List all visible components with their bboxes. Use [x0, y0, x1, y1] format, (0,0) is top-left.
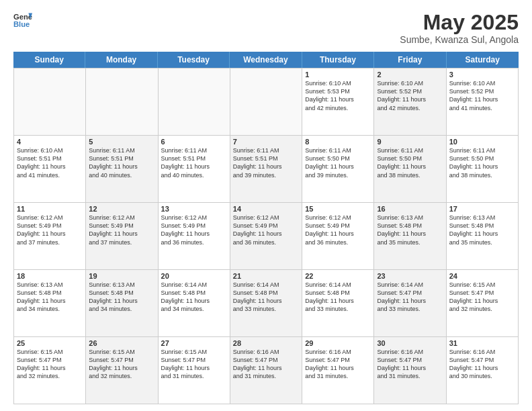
cell-info: Sunrise: 6:16 AM Sunset: 5:47 PM Dayligh… [305, 348, 371, 381]
header: General Blue May 2025 Sumbe, Kwanza Sul,… [13, 11, 519, 45]
day-number: 5 [89, 138, 154, 146]
calendar-cell: 10Sunrise: 6:11 AM Sunset: 5:50 PM Dayli… [447, 136, 519, 202]
calendar-cell: 6Sunrise: 6:11 AM Sunset: 5:51 PM Daylig… [159, 136, 230, 202]
day-number: 2 [377, 71, 443, 79]
weekday-header: Monday [85, 52, 157, 68]
day-number: 15 [305, 205, 371, 213]
calendar-week: 11Sunrise: 6:12 AM Sunset: 5:49 PM Dayli… [14, 203, 519, 270]
cell-info: Sunrise: 6:12 AM Sunset: 5:49 PM Dayligh… [17, 214, 83, 246]
svg-text:Blue: Blue [13, 20, 30, 28]
calendar-cell: 26Sunrise: 6:15 AM Sunset: 5:47 PM Dayli… [86, 337, 158, 404]
calendar-cell: 20Sunrise: 6:14 AM Sunset: 5:48 PM Dayli… [159, 270, 230, 336]
day-number: 4 [17, 138, 83, 146]
cell-info: Sunrise: 6:14 AM Sunset: 5:48 PM Dayligh… [233, 281, 299, 314]
calendar-cell: 25Sunrise: 6:15 AM Sunset: 5:47 PM Dayli… [14, 337, 86, 404]
day-number: 26 [89, 339, 154, 347]
month-title: May 2025 [400, 11, 519, 34]
weekday-header: Tuesday [158, 52, 230, 68]
cell-info: Sunrise: 6:12 AM Sunset: 5:49 PM Dayligh… [233, 214, 299, 246]
calendar-week: 25Sunrise: 6:15 AM Sunset: 5:47 PM Dayli… [14, 337, 519, 404]
calendar-cell: 14Sunrise: 6:12 AM Sunset: 5:49 PM Dayli… [230, 203, 302, 269]
cell-info: Sunrise: 6:15 AM Sunset: 5:47 PM Dayligh… [17, 348, 83, 381]
weekday-header: Sunday [13, 52, 85, 68]
calendar-cell: 23Sunrise: 6:14 AM Sunset: 5:47 PM Dayli… [374, 270, 446, 336]
calendar-cell: 18Sunrise: 6:13 AM Sunset: 5:48 PM Dayli… [14, 270, 86, 336]
day-number: 30 [377, 339, 443, 347]
title-block: May 2025 Sumbe, Kwanza Sul, Angola [400, 11, 519, 45]
day-number: 23 [377, 272, 443, 280]
calendar-cell: 3Sunrise: 6:10 AM Sunset: 5:52 PM Daylig… [447, 68, 519, 135]
calendar-cell: 30Sunrise: 6:16 AM Sunset: 5:47 PM Dayli… [374, 337, 446, 404]
calendar-cell: 16Sunrise: 6:13 AM Sunset: 5:48 PM Dayli… [374, 203, 446, 269]
day-number: 10 [449, 138, 515, 146]
cell-info: Sunrise: 6:16 AM Sunset: 5:47 PM Dayligh… [449, 348, 515, 381]
cell-info: Sunrise: 6:16 AM Sunset: 5:47 PM Dayligh… [233, 348, 299, 381]
day-number: 8 [305, 138, 371, 146]
calendar-cell: 28Sunrise: 6:16 AM Sunset: 5:47 PM Dayli… [230, 337, 302, 404]
calendar-cell: 13Sunrise: 6:12 AM Sunset: 5:49 PM Dayli… [159, 203, 230, 269]
calendar-cell: 19Sunrise: 6:13 AM Sunset: 5:48 PM Dayli… [86, 270, 158, 336]
day-number: 21 [233, 272, 299, 280]
calendar-cell: 27Sunrise: 6:15 AM Sunset: 5:47 PM Dayli… [159, 337, 230, 404]
calendar-week: 18Sunrise: 6:13 AM Sunset: 5:48 PM Dayli… [14, 270, 519, 337]
location: Sumbe, Kwanza Sul, Angola [400, 34, 519, 45]
day-number: 28 [233, 339, 299, 347]
calendar-cell [14, 68, 86, 135]
calendar-cell: 15Sunrise: 6:12 AM Sunset: 5:49 PM Dayli… [302, 203, 374, 269]
day-number: 3 [449, 71, 515, 79]
cell-info: Sunrise: 6:12 AM Sunset: 5:49 PM Dayligh… [89, 214, 154, 246]
calendar-page: General Blue May 2025 Sumbe, Kwanza Sul,… [0, 0, 532, 411]
weekday-header: Thursday [302, 52, 374, 68]
calendar-cell: 24Sunrise: 6:15 AM Sunset: 5:47 PM Dayli… [447, 270, 519, 336]
calendar-cell: 1Sunrise: 6:10 AM Sunset: 5:53 PM Daylig… [302, 68, 374, 135]
logo-icon: General Blue [13, 11, 32, 30]
cell-info: Sunrise: 6:15 AM Sunset: 5:47 PM Dayligh… [449, 281, 515, 314]
calendar-cell [230, 68, 302, 135]
day-number: 31 [449, 339, 515, 347]
cell-info: Sunrise: 6:11 AM Sunset: 5:51 PM Dayligh… [89, 146, 154, 179]
cell-info: Sunrise: 6:14 AM Sunset: 5:48 PM Dayligh… [161, 281, 227, 314]
day-number: 20 [161, 272, 227, 280]
day-number: 24 [449, 272, 515, 280]
cell-info: Sunrise: 6:11 AM Sunset: 5:51 PM Dayligh… [161, 146, 227, 179]
logo: General Blue [13, 11, 32, 30]
calendar-cell: 9Sunrise: 6:11 AM Sunset: 5:50 PM Daylig… [374, 136, 446, 202]
weekday-header: Friday [374, 52, 446, 68]
calendar-header: SundayMondayTuesdayWednesdayThursdayFrid… [13, 52, 519, 68]
calendar: SundayMondayTuesdayWednesdayThursdayFrid… [13, 52, 519, 404]
calendar-cell: 7Sunrise: 6:11 AM Sunset: 5:51 PM Daylig… [230, 136, 302, 202]
calendar-cell: 17Sunrise: 6:13 AM Sunset: 5:48 PM Dayli… [447, 203, 519, 269]
day-number: 18 [17, 272, 83, 280]
cell-info: Sunrise: 6:12 AM Sunset: 5:49 PM Dayligh… [161, 214, 227, 246]
calendar-cell: 8Sunrise: 6:11 AM Sunset: 5:50 PM Daylig… [302, 136, 374, 202]
day-number: 16 [377, 205, 443, 213]
calendar-body: 1Sunrise: 6:10 AM Sunset: 5:53 PM Daylig… [13, 68, 519, 404]
cell-info: Sunrise: 6:13 AM Sunset: 5:48 PM Dayligh… [377, 214, 443, 246]
calendar-week: 1Sunrise: 6:10 AM Sunset: 5:53 PM Daylig… [14, 68, 519, 136]
weekday-header: Saturday [447, 52, 519, 68]
calendar-cell: 31Sunrise: 6:16 AM Sunset: 5:47 PM Dayli… [447, 337, 519, 404]
cell-info: Sunrise: 6:15 AM Sunset: 5:47 PM Dayligh… [89, 348, 154, 381]
calendar-cell: 12Sunrise: 6:12 AM Sunset: 5:49 PM Dayli… [86, 203, 158, 269]
calendar-cell: 22Sunrise: 6:14 AM Sunset: 5:48 PM Dayli… [302, 270, 374, 336]
day-number: 27 [161, 339, 227, 347]
cell-info: Sunrise: 6:13 AM Sunset: 5:48 PM Dayligh… [17, 281, 83, 314]
calendar-cell: 11Sunrise: 6:12 AM Sunset: 5:49 PM Dayli… [14, 203, 86, 269]
cell-info: Sunrise: 6:12 AM Sunset: 5:49 PM Dayligh… [305, 214, 371, 246]
weekday-header: Wednesday [230, 52, 302, 68]
day-number: 11 [17, 205, 83, 213]
cell-info: Sunrise: 6:10 AM Sunset: 5:52 PM Dayligh… [377, 79, 443, 112]
day-number: 22 [305, 272, 371, 280]
day-number: 12 [89, 205, 154, 213]
day-number: 14 [233, 205, 299, 213]
day-number: 19 [89, 272, 154, 280]
cell-info: Sunrise: 6:14 AM Sunset: 5:47 PM Dayligh… [377, 281, 443, 314]
calendar-cell: 2Sunrise: 6:10 AM Sunset: 5:52 PM Daylig… [374, 68, 446, 135]
day-number: 9 [377, 138, 443, 146]
calendar-week: 4Sunrise: 6:10 AM Sunset: 5:51 PM Daylig… [14, 136, 519, 203]
day-number: 1 [305, 71, 371, 79]
cell-info: Sunrise: 6:14 AM Sunset: 5:48 PM Dayligh… [305, 281, 371, 314]
cell-info: Sunrise: 6:15 AM Sunset: 5:47 PM Dayligh… [161, 348, 227, 381]
day-number: 25 [17, 339, 83, 347]
cell-info: Sunrise: 6:16 AM Sunset: 5:47 PM Dayligh… [377, 348, 443, 381]
